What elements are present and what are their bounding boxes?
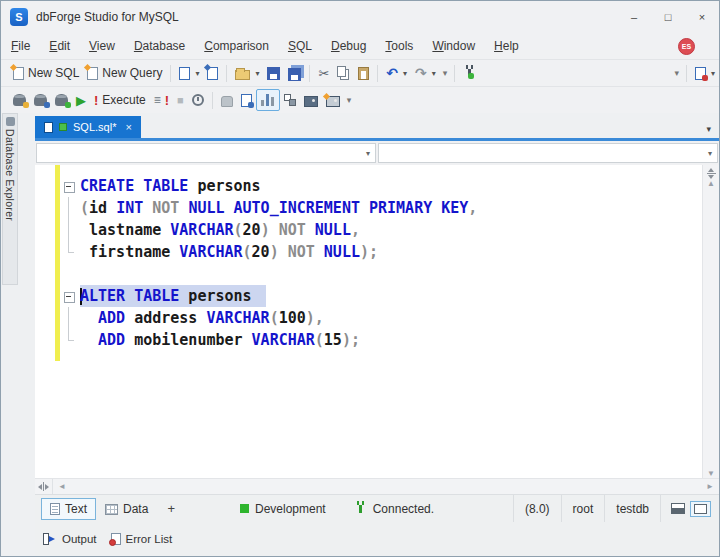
code-area[interactable]: CREATE TABLE persons(id INT NOT NULL AUT…: [61, 175, 701, 351]
database-save-icon: [34, 94, 47, 106]
code-line[interactable]: ADD address VARCHAR(100),: [61, 307, 701, 329]
close-button[interactable]: ×: [685, 1, 719, 33]
app-window: S dbForge Studio for MySQL – □ × File Ed…: [0, 0, 720, 557]
menu-help[interactable]: Help: [494, 39, 519, 53]
query-profiler-button[interactable]: [256, 89, 280, 111]
save-database-button[interactable]: [30, 89, 51, 111]
splitter-handle[interactable]: [707, 168, 716, 179]
code-line[interactable]: CREATE TABLE persons: [61, 175, 701, 197]
code-line-text[interactable]: CREATE TABLE persons: [80, 175, 261, 197]
scroll-down-icon[interactable]: ▼: [707, 469, 715, 478]
code-line-text[interactable]: ALTER TABLE persons: [80, 285, 266, 307]
copy-button[interactable]: [333, 62, 354, 84]
open-file-button[interactable]: ▾: [231, 62, 263, 84]
menu-database[interactable]: Database: [134, 39, 185, 53]
toolbar-overflow-icon[interactable]: ▾: [440, 68, 451, 78]
chevron-down-icon[interactable]: ▾: [195, 69, 199, 78]
horizontal-scrollbar[interactable]: ◄ ►: [35, 478, 719, 494]
split-view-icon[interactable]: [671, 503, 685, 514]
chevron-down-icon[interactable]: ▾: [403, 69, 407, 78]
code-line[interactable]: ADD mobilenumber VARCHAR(15);: [61, 329, 701, 351]
menu-view[interactable]: View: [89, 39, 115, 53]
chevron-down-icon[interactable]: ▾: [711, 69, 715, 78]
data-view-tab[interactable]: Data: [96, 498, 157, 520]
menu-edit[interactable]: Edit: [49, 39, 70, 53]
chevron-down-icon[interactable]: ▾: [255, 69, 259, 78]
code-line[interactable]: ALTER TABLE persons: [61, 285, 701, 307]
account-badge[interactable]: ES: [678, 38, 695, 55]
code-line[interactable]: (id INT NOT NULL AUTO_INCREMENT PRIMARY …: [61, 197, 701, 219]
toolbar-overflow-icon[interactable]: ▾: [344, 95, 355, 105]
environment-selector[interactable]: Development: [240, 502, 326, 516]
database-selector[interactable]: testdb: [604, 495, 660, 522]
maximize-button[interactable]: □: [651, 1, 685, 33]
new-sql-button[interactable]: New SQL: [9, 62, 83, 84]
paste-button[interactable]: [354, 62, 373, 84]
menu-comparison[interactable]: Comparison: [204, 39, 269, 53]
settings-icon: [695, 67, 706, 80]
stop-button[interactable]: ■: [173, 89, 188, 111]
code-line[interactable]: firstname VARCHAR(20) NOT NULL);: [61, 241, 701, 263]
open-recent-button[interactable]: [203, 62, 222, 84]
menu-sql[interactable]: SQL: [288, 39, 312, 53]
redo-button[interactable]: ↷ ▾: [411, 62, 440, 84]
tab-list-dropdown-icon[interactable]: ▾: [706, 124, 711, 134]
code-line-text[interactable]: (id INT NOT NULL AUTO_INCREMENT PRIMARY …: [80, 197, 477, 219]
execution-history-button[interactable]: [188, 89, 208, 111]
tab-sql-file[interactable]: SQL.sql* ×: [35, 116, 141, 138]
menu-window[interactable]: Window: [432, 39, 475, 53]
cut-button[interactable]: ✂: [314, 62, 333, 84]
code-line-text[interactable]: ADD mobilenumber VARCHAR(15);: [80, 329, 360, 351]
code-line-text[interactable]: lastname VARCHAR(20) NOT NULL,: [80, 219, 360, 241]
new-connection-button[interactable]: [459, 62, 480, 84]
output-panel-button[interactable]: Output: [43, 533, 97, 545]
save-all-button[interactable]: [284, 62, 305, 84]
edit-database-button[interactable]: [9, 89, 30, 111]
undo-button[interactable]: ↶ ▾: [382, 62, 411, 84]
recent-document-icon: [207, 67, 218, 80]
code-line-text[interactable]: ADD address VARCHAR(100),: [80, 307, 324, 329]
member-dropdown[interactable]: ▾: [378, 143, 718, 163]
execute-current-button[interactable]: ▶: [72, 89, 90, 111]
minimize-button[interactable]: –: [617, 1, 651, 33]
menu-tools[interactable]: Tools: [385, 39, 413, 53]
database-explorer-tab[interactable]: Database Explorer: [2, 113, 18, 285]
execute-script-button[interactable]: ≡!: [150, 89, 173, 111]
new-document-button[interactable]: ▾: [175, 62, 203, 84]
export-results-button[interactable]: [237, 89, 256, 111]
scroll-left-icon[interactable]: ◄: [53, 482, 71, 491]
error-list-label: Error List: [126, 533, 173, 545]
menu-file[interactable]: File: [11, 39, 30, 53]
toolbar-overflow-icon[interactable]: ▾: [671, 68, 682, 78]
menu-debug[interactable]: Debug: [331, 39, 366, 53]
fold-collapse-icon[interactable]: [61, 285, 77, 307]
execute-button[interactable]: ! Execute: [90, 89, 150, 111]
status-bar-right: (8.0) root testdb: [513, 495, 715, 522]
error-list-panel-button[interactable]: Error List: [111, 533, 173, 545]
scroll-up-icon[interactable]: ▲: [707, 179, 715, 188]
show-image-button[interactable]: [300, 89, 322, 111]
new-query-button[interactable]: New Query: [83, 62, 166, 84]
fold-collapse-icon[interactable]: [61, 175, 77, 197]
explain-plan-button[interactable]: [280, 89, 300, 111]
debug-hand-button[interactable]: [217, 89, 237, 111]
skin-settings-button[interactable]: ▾: [691, 62, 719, 84]
chevron-down-icon[interactable]: ▾: [432, 69, 436, 78]
splitter-handle[interactable]: [35, 479, 53, 494]
new-image-button[interactable]: [322, 89, 344, 111]
tab-close-icon[interactable]: ×: [125, 121, 131, 133]
code-line-text[interactable]: firstname VARCHAR(20) NOT NULL);: [80, 241, 378, 263]
full-view-selected[interactable]: [690, 501, 711, 517]
scroll-right-icon[interactable]: ►: [701, 482, 719, 491]
save-button[interactable]: [263, 62, 284, 84]
open-folder-icon: [235, 70, 250, 80]
sql-editor[interactable]: CREATE TABLE persons(id INT NOT NULL AUT…: [35, 165, 719, 478]
code-line[interactable]: [61, 263, 701, 285]
object-dropdown[interactable]: ▾: [36, 143, 376, 163]
user-selector[interactable]: root: [561, 495, 605, 522]
code-line[interactable]: lastname VARCHAR(20) NOT NULL,: [61, 219, 701, 241]
refresh-database-button[interactable]: [51, 89, 72, 111]
vertical-scrollbar[interactable]: ▲ ▼: [702, 165, 719, 478]
add-view-button[interactable]: +: [157, 501, 185, 516]
text-view-tab[interactable]: Text: [41, 498, 96, 520]
